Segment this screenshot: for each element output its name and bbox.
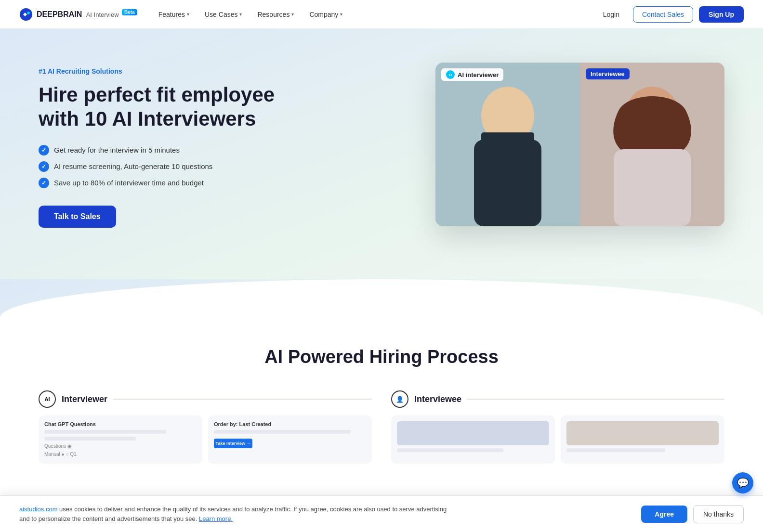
interviewer-cards: Chat GPT Questions Questions ◉ Manual ● … bbox=[39, 415, 372, 464]
resources-chevron-icon: ▾ bbox=[291, 12, 294, 17]
interviewee-card-2 bbox=[561, 415, 724, 464]
cookie-banner: aistudios.com uses cookies to deliver an… bbox=[0, 495, 763, 532]
hero-feature-2: AI resume screening, Auto-generate 10 qu… bbox=[39, 161, 279, 172]
interviewer-icon: AI bbox=[39, 390, 56, 408]
cookie-site-link[interactable]: aistudios.com bbox=[19, 506, 57, 513]
interviewee-cards bbox=[391, 415, 724, 464]
nav-resources[interactable]: Resources ▾ bbox=[251, 7, 300, 22]
svg-point-1 bbox=[27, 12, 30, 14]
chat-bubble-button[interactable]: 💬 bbox=[732, 472, 753, 493]
ie-row-3 bbox=[566, 421, 719, 445]
card1-sub2: Manual ● ○ Q1. bbox=[44, 452, 197, 457]
brand-name: DEEPBRAIN AI Interview Beta bbox=[37, 10, 137, 19]
interviewee-panel: Interviewee bbox=[580, 63, 724, 226]
check-icon-3 bbox=[39, 178, 49, 188]
hero-left: #1 AI Recruiting Solutions Hire perfect … bbox=[39, 58, 279, 228]
interviewee-header-row: 👤 Interviewee bbox=[391, 390, 724, 408]
wave-separator bbox=[0, 279, 763, 318]
ai-interviewer-panel: O AI interviewer bbox=[435, 63, 580, 226]
agree-button[interactable]: Agree bbox=[641, 506, 687, 523]
interviewee-icon: 👤 bbox=[391, 390, 408, 408]
ai-interviewer-label: O AI interviewer bbox=[441, 68, 503, 81]
check-icon-1 bbox=[39, 145, 49, 156]
login-button[interactable]: Login bbox=[595, 7, 627, 22]
col-divider-1 bbox=[113, 399, 372, 400]
hero-features: Get ready for the interview in 5 minutes… bbox=[39, 145, 279, 188]
card-row-2 bbox=[44, 437, 136, 441]
lower-section: AI Powered Hiring Process AI Interviewer… bbox=[0, 318, 763, 483]
interviewee-column: 👤 Interviewee bbox=[391, 390, 724, 464]
card2-header: Order by: Last Created bbox=[214, 421, 366, 427]
interviewer-header-row: AI Interviewer bbox=[39, 390, 372, 408]
ie-row-4 bbox=[566, 448, 665, 452]
navbar: DEEPBRAIN AI Interview Beta Features ▾ U… bbox=[0, 0, 763, 29]
logo[interactable]: DEEPBRAIN AI Interview Beta bbox=[19, 8, 137, 21]
video-grid: O AI interviewer Interviewee bbox=[435, 63, 724, 226]
interviewer-column: AI Interviewer Chat GPT Questions Questi… bbox=[39, 390, 372, 464]
hero-video: O AI interviewer Interviewee bbox=[435, 63, 724, 226]
hero-feature-3: Save up to 80% of interviewer time and b… bbox=[39, 178, 279, 188]
contact-sales-button[interactable]: Contact Sales bbox=[633, 6, 693, 23]
no-thanks-button[interactable]: No thanks bbox=[693, 505, 744, 523]
company-chevron-icon: ▾ bbox=[340, 12, 342, 17]
card-row-1 bbox=[44, 430, 166, 434]
use-cases-chevron-icon: ▾ bbox=[239, 12, 242, 17]
hero-tag: #1 AI Recruiting Solutions bbox=[39, 67, 279, 75]
nav-links: Features ▾ Use Cases ▾ Resources ▾ Compa… bbox=[153, 7, 349, 22]
navbar-left: DEEPBRAIN AI Interview Beta Features ▾ U… bbox=[19, 7, 348, 22]
hero-section: #1 AI Recruiting Solutions Hire perfect … bbox=[0, 29, 763, 279]
beta-badge: Beta bbox=[122, 9, 137, 15]
check-icon-2 bbox=[39, 161, 49, 172]
interviewee-label-box: Interviewee bbox=[586, 68, 630, 79]
card1-header: Chat GPT Questions bbox=[44, 421, 197, 427]
nav-use-cases[interactable]: Use Cases ▾ bbox=[199, 7, 248, 22]
hero-title: Hire perfect fit employee with 10 AI Int… bbox=[39, 83, 279, 131]
cookie-text: aistudios.com uses cookies to deliver an… bbox=[19, 505, 453, 523]
learn-more-link[interactable]: Learn more. bbox=[199, 515, 233, 522]
ai-interviewer-video bbox=[435, 63, 580, 226]
section-title: AI Powered Hiring Process bbox=[39, 347, 724, 367]
hero-feature-1: Get ready for the interview in 5 minutes bbox=[39, 145, 279, 156]
nav-company[interactable]: Company ▾ bbox=[303, 7, 348, 22]
interviewee-label: Interviewee bbox=[586, 68, 630, 79]
interviewee-card-1 bbox=[391, 415, 555, 464]
chat-gpt-card: Chat GPT Questions Questions ◉ Manual ● … bbox=[39, 415, 202, 464]
col-divider-2 bbox=[467, 399, 724, 400]
card1-sub1: Questions ◉ bbox=[44, 443, 197, 449]
features-chevron-icon: ▾ bbox=[187, 12, 189, 17]
interview-order-card: Order by: Last Created Take Interview → bbox=[208, 415, 372, 464]
chat-icon: 💬 bbox=[737, 477, 749, 489]
ai-label-box: O AI interviewer bbox=[441, 68, 503, 81]
ie-row-1 bbox=[397, 421, 549, 445]
hiring-grid: AI Interviewer Chat GPT Questions Questi… bbox=[39, 390, 724, 464]
card-row-3 bbox=[214, 430, 351, 434]
signup-button[interactable]: Sign Up bbox=[699, 6, 744, 23]
ie-row-2 bbox=[397, 448, 503, 452]
navbar-right: Login Contact Sales Sign Up bbox=[595, 6, 744, 23]
interviewee-video bbox=[580, 63, 724, 226]
interviewee-col-label: Interviewee bbox=[414, 394, 461, 404]
take-interview-btn[interactable]: Take Interview → bbox=[214, 439, 252, 448]
cookie-buttons: Agree No thanks bbox=[641, 505, 744, 523]
talk-to-sales-button[interactable]: Talk to Sales bbox=[39, 206, 116, 228]
ai-dot-icon: O bbox=[446, 70, 455, 79]
interviewer-col-label: Interviewer bbox=[62, 394, 107, 404]
nav-features[interactable]: Features ▾ bbox=[153, 7, 195, 22]
logo-icon bbox=[19, 8, 33, 21]
